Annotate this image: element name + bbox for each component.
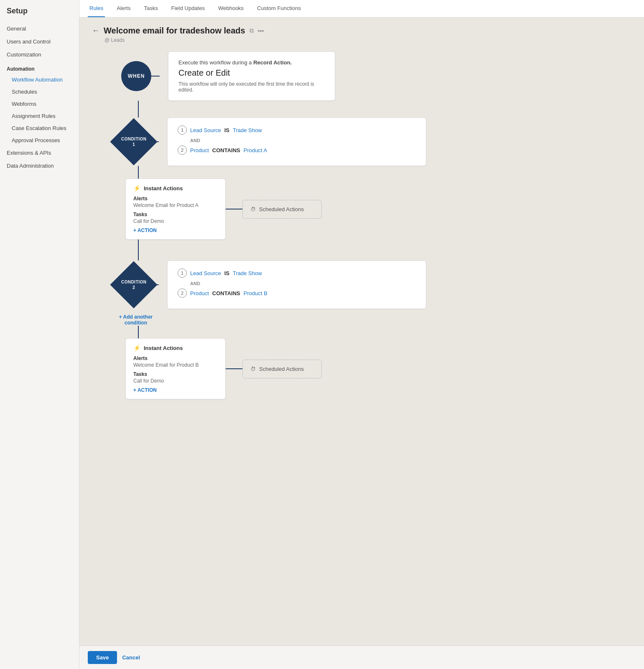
sidebar-item-customization[interactable]: Customization bbox=[0, 48, 79, 61]
condition2-card: 1 Lead Source IS Trade Show AND 2 Produc… bbox=[167, 260, 426, 309]
alerts-label-1: Alerts bbox=[133, 196, 218, 202]
cond2-num1: 1 bbox=[178, 268, 187, 278]
page-subtitle: @ Leads bbox=[104, 37, 631, 43]
when-node[interactable]: WHEN bbox=[121, 61, 151, 91]
sidebar-sub-approval-processes[interactable]: Approval Processes bbox=[0, 134, 79, 146]
tasks-value-1: Call for Demo bbox=[133, 218, 218, 224]
scheduled-actions-card-2: ⏱ Scheduled Actions bbox=[242, 360, 322, 378]
cond1-num1: 1 bbox=[178, 125, 187, 135]
tab-tasks[interactable]: Tasks bbox=[142, 0, 159, 17]
cond1-num2: 2 bbox=[178, 146, 187, 155]
action-type-title: Create or Edit bbox=[178, 68, 325, 78]
alerts-value-1: Welcome Email for Product A bbox=[133, 202, 218, 208]
v-line-3 bbox=[138, 240, 139, 260]
sidebar-title: Setup bbox=[0, 7, 79, 22]
sidebar-sub-schedules[interactable]: Schedules bbox=[0, 86, 79, 98]
cond2-and: AND bbox=[190, 281, 416, 286]
action-row-2: ⚡ Instant Actions Alerts Welcome Email f… bbox=[125, 338, 322, 399]
add-condition-button[interactable]: + Add another condition bbox=[117, 314, 155, 326]
instant-actions-card-2: ⚡ Instant Actions Alerts Welcome Email f… bbox=[125, 338, 226, 399]
add-action-link-1[interactable]: + ACTION bbox=[133, 227, 218, 233]
scheduled-label-1: Scheduled Actions bbox=[259, 206, 304, 212]
condition2-row: CONDITION2 1 Lead Source IS Trade Show A… bbox=[117, 260, 426, 309]
when-row: WHEN Execute this workflow during a Reco… bbox=[117, 51, 335, 101]
condition1-row1: 1 Lead Source IS Trade Show bbox=[178, 125, 416, 135]
tasks-label-2: Tasks bbox=[133, 371, 218, 377]
condition1-card: 1 Lead Source IS Trade Show AND 2 Produc… bbox=[167, 117, 426, 166]
cond2-op2: CONTAINS bbox=[212, 290, 240, 296]
cond2-op1: IS bbox=[224, 270, 229, 276]
condition2-node-wrapper: CONDITION2 bbox=[117, 268, 150, 301]
condition2-row1: 1 Lead Source IS Trade Show bbox=[178, 268, 416, 278]
cond1-field1: Lead Source bbox=[190, 127, 221, 133]
sidebar-section-automation: Automation bbox=[0, 61, 79, 74]
scheduled-icon-1: ⏱ bbox=[250, 206, 256, 212]
content-area: ← Welcome email for tradeshow leads ⧉ ••… bbox=[79, 18, 644, 646]
cond1-field2: Product bbox=[190, 147, 209, 153]
sidebar: Setup General Users and Control Customiz… bbox=[0, 0, 79, 669]
tasks-value-2: Call for Demo bbox=[133, 378, 218, 384]
instant-header-1: ⚡ Instant Actions bbox=[133, 185, 218, 192]
action-row-1: ⚡ Instant Actions Alerts Welcome Email f… bbox=[125, 179, 322, 240]
bottom-bar: Save Cancel bbox=[79, 646, 644, 669]
tab-field-updates[interactable]: Field Updates bbox=[170, 0, 206, 17]
workflow-canvas: WHEN Execute this workflow during a Reco… bbox=[92, 51, 631, 399]
tab-alerts[interactable]: Alerts bbox=[115, 0, 132, 17]
cond1-op2: CONTAINS bbox=[212, 147, 240, 153]
main-area: Rules Alerts Tasks Field Updates Webhook… bbox=[79, 0, 644, 669]
condition1-node[interactable]: CONDITION1 bbox=[110, 118, 157, 165]
lightning-icon-1: ⚡ bbox=[133, 185, 140, 192]
execute-text: Execute this workflow during a Record Ac… bbox=[178, 59, 325, 66]
sidebar-item-extensions[interactable]: Extensions & APIs bbox=[0, 146, 79, 159]
sidebar-sub-webforms[interactable]: Webforms bbox=[0, 98, 79, 110]
page-header: ← Welcome email for tradeshow leads ⧉ ••… bbox=[92, 26, 631, 36]
save-button[interactable]: Save bbox=[88, 651, 117, 664]
condition1-row: CONDITION1 1 Lead Source IS Trade Show A… bbox=[117, 117, 426, 166]
when-card: Execute this workflow during a Record Ac… bbox=[168, 51, 335, 101]
condition2-node[interactable]: CONDITION2 bbox=[110, 261, 157, 308]
sidebar-sub-case-escalation[interactable]: Case Escalation Rules bbox=[0, 122, 79, 134]
cond2-val1: Trade Show bbox=[233, 270, 262, 276]
sidebar-sub-assignment-rules[interactable]: Assignment Rules bbox=[0, 110, 79, 122]
cond1-and: AND bbox=[190, 138, 416, 143]
scheduled-actions-card-1: ⏱ Scheduled Actions bbox=[242, 200, 322, 219]
cond1-val1: Trade Show bbox=[233, 127, 262, 133]
copy-icon[interactable]: ⧉ bbox=[249, 27, 254, 34]
instant-actions-card-1: ⚡ Instant Actions Alerts Welcome Email f… bbox=[125, 179, 226, 240]
v-line-1 bbox=[138, 101, 139, 117]
cond2-field2: Product bbox=[190, 290, 209, 296]
condition1-node-wrapper: CONDITION1 bbox=[117, 125, 150, 158]
sidebar-item-users-control[interactable]: Users and Control bbox=[0, 35, 79, 48]
top-tabs: Rules Alerts Tasks Field Updates Webhook… bbox=[79, 0, 644, 18]
lightning-icon-2: ⚡ bbox=[133, 345, 140, 351]
sidebar-item-data-admin[interactable]: Data Administration bbox=[0, 159, 79, 172]
scheduled-label-2: Scheduled Actions bbox=[259, 366, 304, 372]
cond1-val2: Product A bbox=[244, 147, 267, 153]
cancel-button[interactable]: Cancel bbox=[122, 654, 140, 661]
tasks-label-1: Tasks bbox=[133, 212, 218, 217]
sidebar-item-general[interactable]: General bbox=[0, 22, 79, 35]
tab-webhooks[interactable]: Webhooks bbox=[216, 0, 245, 17]
scheduled-icon-2: ⏱ bbox=[250, 366, 256, 372]
alerts-label-2: Alerts bbox=[133, 355, 218, 361]
condition1-row2: 2 Product CONTAINS Product A bbox=[178, 146, 416, 155]
cond1-op1: IS bbox=[224, 127, 229, 133]
h-line-1 bbox=[226, 209, 242, 209]
cond2-val2: Product B bbox=[244, 290, 267, 296]
cond2-num2: 2 bbox=[178, 289, 187, 298]
instant-header-2: ⚡ Instant Actions bbox=[133, 345, 218, 351]
sidebar-sub-workflow-automation[interactable]: Workflow Automation bbox=[0, 74, 79, 86]
tab-custom-functions[interactable]: Custom Functions bbox=[255, 0, 303, 17]
h-line-2 bbox=[226, 368, 242, 369]
back-button[interactable]: ← bbox=[92, 26, 99, 35]
condition2-row2: 2 Product CONTAINS Product B bbox=[178, 289, 416, 298]
tab-rules[interactable]: Rules bbox=[88, 0, 105, 17]
add-action-link-2[interactable]: + ACTION bbox=[133, 387, 218, 393]
when-connector bbox=[151, 76, 160, 77]
cond2-field1: Lead Source bbox=[190, 270, 221, 276]
more-options-icon[interactable]: ••• bbox=[258, 28, 264, 34]
v-line-2 bbox=[138, 166, 139, 179]
page-title: Welcome email for tradeshow leads bbox=[104, 26, 245, 36]
alerts-value-2: Welcome Email for Product B bbox=[133, 362, 218, 368]
v-line-4 bbox=[138, 326, 139, 338]
